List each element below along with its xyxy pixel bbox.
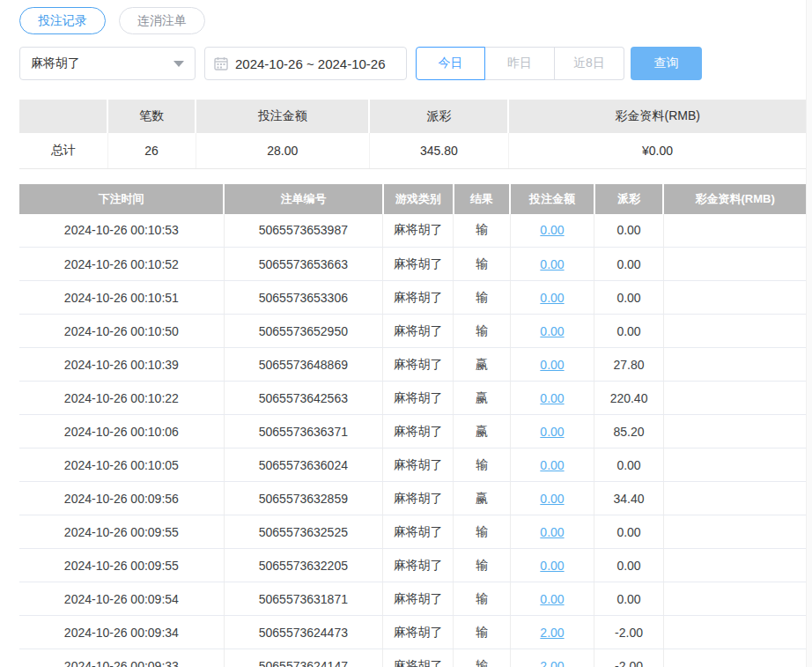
bet-time-cell: 2024-10-26 00:10:52 (19, 248, 224, 281)
order-number-cell: 5065573648869 (224, 348, 382, 382)
col-header-bet-amount: 投注金额 (510, 184, 594, 214)
bet-time-cell: 2024-10-26 00:10:05 (19, 448, 224, 482)
result-cell: 输 (454, 281, 510, 315)
last-8-days-button[interactable]: 近8日 (555, 47, 624, 80)
col-header-bet-time: 下注时间 (19, 184, 224, 214)
payout-cell: 34.40 (594, 482, 664, 515)
payout-cell: 0.00 (594, 214, 664, 248)
table-row: 2024-10-26 00:10:53 5065573653987 麻将胡了 输… (19, 214, 806, 248)
result-cell: 输 (454, 582, 510, 616)
bonus-cell (663, 214, 806, 248)
summary-table: 笔数 投注金额 派彩 彩金资料(RMB) 总计 26 28.00 345.80 … (19, 100, 806, 169)
payout-cell: -2.00 (594, 649, 664, 667)
summary-header-bonus: 彩金资料(RMB) (508, 100, 806, 133)
bonus-cell (663, 448, 806, 482)
result-cell: 输 (454, 315, 510, 348)
table-row: 2024-10-26 00:09:55 5065573632525 麻将胡了 输… (19, 515, 806, 549)
bet-amount-link[interactable]: 2.00 (540, 659, 564, 667)
table-row: 2024-10-26 00:09:56 5065573632859 麻将胡了 赢… (19, 482, 806, 515)
bet-amount-cell: 0.00 (510, 448, 594, 482)
order-number-cell: 5065573636371 (224, 415, 382, 448)
payout-cell: 0.00 (594, 448, 664, 482)
payout-cell: 0.00 (594, 515, 664, 549)
bet-amount-link[interactable]: 0.00 (540, 223, 564, 237)
summary-header-count: 笔数 (107, 100, 196, 133)
quick-range-group: 今日 昨日 近8日 (416, 47, 624, 80)
col-header-payout: 派彩 (594, 184, 664, 214)
date-range-value: 2024-10-26 ~ 2024-10-26 (235, 56, 386, 71)
bet-amount-link[interactable]: 0.00 (540, 257, 564, 271)
date-range-input[interactable]: 2024-10-26 ~ 2024-10-26 (204, 47, 407, 80)
bet-amount-link[interactable]: 0.00 (540, 358, 564, 372)
bet-amount-cell: 0.00 (510, 382, 594, 415)
yesterday-button[interactable]: 昨日 (485, 47, 555, 80)
bet-amount-link[interactable]: 0.00 (540, 559, 564, 573)
table-row: 2024-10-26 00:10:50 5065573652950 麻将胡了 输… (19, 315, 806, 348)
payout-cell: 0.00 (594, 549, 664, 582)
bet-amount-link[interactable]: 0.00 (540, 458, 564, 472)
today-button[interactable]: 今日 (416, 47, 485, 80)
bet-time-cell: 2024-10-26 00:09:54 (19, 582, 224, 616)
bet-amount-link[interactable]: 0.00 (540, 425, 564, 439)
tab-cancelled-orders[interactable]: 连消注单 (119, 7, 205, 34)
game-type-cell: 麻将胡了 (383, 214, 454, 248)
game-type-cell: 麻将胡了 (383, 482, 454, 515)
result-cell: 输 (454, 214, 510, 248)
summary-row: 总计 26 28.00 345.80 ¥0.00 (19, 133, 806, 168)
table-row: 2024-10-26 00:09:54 5065573631871 麻将胡了 输… (19, 582, 806, 616)
bet-amount-cell: 0.00 (510, 315, 594, 348)
vertical-scrollbar[interactable] (806, 0, 812, 667)
bet-amount-cell: 0.00 (510, 248, 594, 281)
bet-time-cell: 2024-10-26 00:09:33 (19, 649, 224, 667)
bonus-cell (663, 549, 806, 582)
order-number-cell: 5065573624473 (224, 616, 382, 649)
order-number-cell: 5065573632859 (224, 482, 382, 515)
tab-bet-records[interactable]: 投注记录 (19, 7, 106, 34)
bet-amount-cell: 0.00 (510, 549, 594, 582)
order-number-cell: 5065573636024 (224, 448, 382, 482)
game-type-cell: 麻将胡了 (383, 448, 454, 482)
bonus-cell (663, 281, 806, 315)
bet-amount-link[interactable]: 0.00 (540, 391, 564, 405)
game-type-cell: 麻将胡了 (383, 382, 454, 415)
top-tabs: 投注记录 连消注单 (19, 7, 812, 34)
bet-time-cell: 2024-10-26 00:10:51 (19, 281, 224, 315)
order-number-cell: 5065573652950 (224, 315, 382, 348)
game-type-select[interactable]: 麻将胡了 (19, 47, 196, 80)
bonus-cell (663, 348, 806, 382)
payout-cell: 0.00 (594, 248, 664, 281)
bet-amount-link[interactable]: 0.00 (540, 324, 564, 338)
col-header-order-number: 注单编号 (224, 184, 382, 214)
summary-bet-amount-value: 28.00 (196, 133, 369, 168)
order-number-cell: 5065573653306 (224, 281, 382, 315)
result-cell: 输 (454, 616, 510, 649)
bonus-cell (663, 415, 806, 448)
result-cell: 赢 (454, 382, 510, 415)
query-button[interactable]: 查询 (631, 47, 702, 80)
bet-amount-link[interactable]: 0.00 (540, 592, 564, 606)
bet-amount-link[interactable]: 0.00 (540, 291, 564, 305)
bet-time-cell: 2024-10-26 00:10:22 (19, 382, 224, 415)
calendar-icon (214, 56, 228, 70)
game-type-cell: 麻将胡了 (383, 348, 454, 382)
result-cell: 赢 (454, 415, 510, 448)
bet-amount-cell: 2.00 (510, 616, 594, 649)
bet-amount-link[interactable]: 0.00 (540, 525, 564, 539)
order-number-cell: 5065573631871 (224, 582, 382, 616)
bet-amount-link[interactable]: 0.00 (540, 492, 564, 506)
table-row: 2024-10-26 00:10:39 5065573648869 麻将胡了 赢… (19, 348, 806, 382)
chevron-down-icon (173, 61, 184, 67)
bet-time-cell: 2024-10-26 00:09:55 (19, 549, 224, 582)
bet-amount-link[interactable]: 2.00 (540, 626, 564, 640)
bet-records-table: 下注时间 注单编号 游戏类别 结果 投注金额 派彩 彩金资料(RMB) 2024… (19, 184, 806, 667)
bet-amount-cell: 0.00 (510, 515, 594, 549)
bet-amount-cell: 2.00 (510, 649, 594, 667)
order-number-cell: 5065573653663 (224, 248, 382, 281)
payout-cell: 0.00 (594, 315, 664, 348)
summary-header-payout: 派彩 (369, 100, 508, 133)
bet-time-cell: 2024-10-26 00:10:39 (19, 348, 224, 382)
payout-cell: 27.80 (594, 348, 664, 382)
col-header-result: 结果 (454, 184, 510, 214)
order-number-cell: 5065573632525 (224, 515, 382, 549)
summary-payout-value: 345.80 (369, 133, 508, 168)
